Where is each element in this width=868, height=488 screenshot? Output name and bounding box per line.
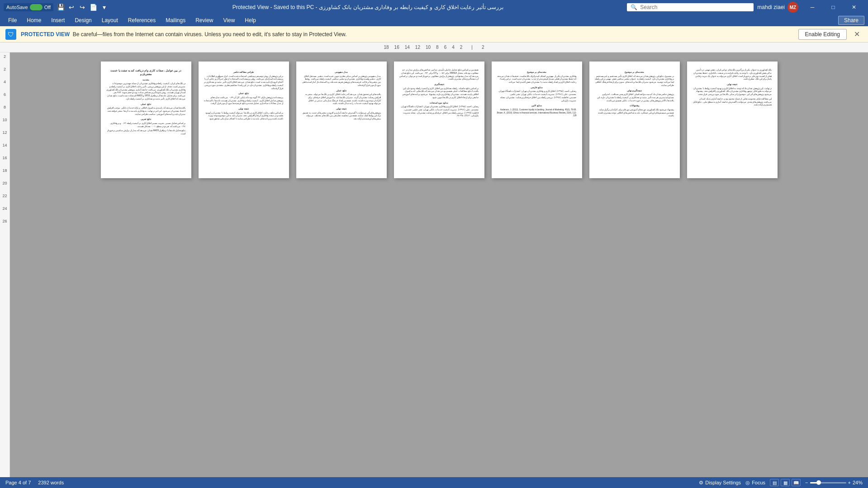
print-view-icon[interactable]: ▤	[770, 479, 779, 486]
more-icon[interactable]: ▾	[100, 3, 109, 12]
page-4-content3: رضایی، احمد. (۱۳۹۵). اخلاق کاری و وفادار…	[399, 105, 479, 118]
autosave-toggle[interactable]: AutoSave Off	[4, 3, 53, 11]
autosave-switch[interactable]	[30, 4, 43, 10]
page-6-subtitle3: پیشنهادات	[595, 104, 674, 108]
page-2-content1: در این پژوهش از روش توصیفی-پیمایشی استفا…	[204, 75, 284, 90]
undo-icon[interactable]: ↩	[67, 3, 76, 12]
search-box[interactable]: 🔍	[627, 3, 754, 11]
menu-insert[interactable]: Insert	[47, 16, 69, 25]
page-3-content2: یافته‌های این تحقیق نشان می‌دهد که رعایت…	[302, 93, 381, 105]
page-1-subtitle2: نتایج عملی	[106, 103, 186, 106]
title-bar: AutoSave Off 💾 ↩ ↪ 📄 ▾ بررسی تأثیر رعایت…	[0, 0, 868, 14]
zoom-out-icon[interactable]: −	[805, 480, 808, 485]
page-6-content3: پیشنهاد می‌شود بانک کشاورزی دوره‌های آمو…	[595, 109, 674, 118]
menu-mailings[interactable]: Mailings	[161, 16, 190, 25]
menu-layout[interactable]: Layout	[97, 16, 123, 25]
page-2-subtitle3: نتیجه نهایی	[204, 107, 284, 111]
web-view-icon[interactable]: ▦	[781, 479, 790, 486]
menu-references[interactable]: References	[123, 16, 160, 25]
page-5-content1: وفاداری مشتریان یکی از مهم‌ترین اهداف اس…	[497, 75, 577, 84]
minimize-button[interactable]: ─	[802, 0, 823, 14]
menu-review[interactable]: Review	[191, 16, 218, 25]
close-banner-button[interactable]: ✕	[851, 29, 863, 39]
shield-icon: 🛡	[5, 29, 16, 40]
menubar: File Home Insert Design Layout Reference…	[0, 14, 868, 26]
page-5-content2: رضایی، احمد. (۱۳۹۵). اخلاق کاری و وفادار…	[497, 90, 577, 102]
page-1-content: در بانک‌های ایران، کیفیت رابطه و وفاداری…	[106, 82, 186, 101]
page-3-content1: مدل مفهومی پژوهش بر اساس مبانی نظری تدوی…	[302, 75, 381, 87]
ruler-numbers: 18161412108642|2	[384, 45, 484, 50]
focus-label: Focus	[752, 480, 765, 485]
display-settings-icon: ⚙	[699, 480, 703, 486]
pages-row: در بین عوامل ، صفات کاری وام دریافت کند …	[101, 62, 778, 178]
search-input[interactable]	[640, 4, 750, 10]
document-area: 22468101214161820222426 در بین عوامل ، ص…	[0, 52, 868, 477]
menu-home[interactable]: Home	[22, 16, 46, 25]
user-info[interactable]: mahdi ziaei MZ	[757, 2, 798, 13]
quick-access-toolbar: 💾 ↩ ↪ 📄 ▾	[56, 3, 109, 12]
document-title: بررسی تأثیر رعایت اخلاق کاری و کیفیت راب…	[109, 4, 627, 10]
page-4-content2: بر اساس نتایج حاصله، رابطه معناداری بین …	[399, 87, 479, 99]
user-avatar: MZ	[787, 2, 798, 13]
window-controls: ─ □ ✕	[802, 0, 864, 14]
page-5-subtitle3: منابع لاتین	[497, 104, 577, 108]
page-4-content1: همچنین بر اساس نتایج تحلیل عاملی تأییدی،…	[399, 69, 479, 81]
page-6-content2: پژوهش حاضر نشان داد که سه مؤلفه اصلی اخل…	[595, 93, 674, 102]
redo-icon[interactable]: ↪	[78, 3, 87, 12]
page-2-subtitle1: طراحی مطالعه حاضر	[204, 71, 284, 74]
page-3-subtitle1: مدل مفهومی	[302, 71, 381, 74]
user-name: mahdi ziaei	[757, 4, 785, 10]
document-page-2: طراحی مطالعه حاضر در این پژوهش از روش تو…	[199, 62, 289, 178]
status-bar: Page 4 of 7 2392 words ⚙ Display Setting…	[0, 477, 868, 488]
page-4-subtitle1: نتیجه‌گیری	[399, 83, 479, 86]
page-3-content3: پژوهش‌های آتی می‌توانند با گسترش جامعه آ…	[302, 112, 381, 121]
page-1-title: در بین عوامل ، صفات کاری وام دریافت کند …	[106, 69, 186, 76]
focus-icon: ◎	[745, 480, 750, 486]
vertical-ruler: 22468101214161820222426	[0, 52, 10, 477]
display-settings-label: Display Settings	[705, 480, 741, 485]
read-view-icon[interactable]: 📖	[792, 479, 801, 486]
enable-editing-button[interactable]: Enable Editing	[798, 29, 847, 40]
menu-help[interactable]: Help	[240, 16, 261, 25]
autosave-label: AutoSave	[6, 5, 28, 10]
page-2-content2: پرسشنامه پژوهش دارای ۳۲ گویه بوده که پای…	[204, 96, 284, 105]
zoom-thumb[interactable]	[816, 480, 821, 485]
page-6-subtitle2: نتیجه‌گیری نهایی	[595, 89, 674, 93]
page-1-footer: نتایج تحلیل داده‌ها با نرم‌افزار AMOS نش…	[106, 129, 186, 136]
menu-design[interactable]: Design	[70, 16, 96, 25]
close-button[interactable]: ✕	[844, 0, 864, 14]
zoom-slider[interactable]	[810, 482, 846, 483]
page-4-subtitle2: منابع مورد استفاده	[399, 101, 479, 105]
zoom-in-icon[interactable]: +	[848, 480, 851, 485]
page-1-subtitle: مقدمه	[106, 78, 186, 82]
page-3-subtitle2: نتایج عملی	[302, 89, 381, 93]
titlebar-right: 🔍 mahdi ziaei MZ ─ □ ✕	[627, 0, 864, 14]
document-page-7: بانک کشاورزی به عنوان یکی از بزرگترین با…	[687, 62, 778, 178]
save-icon[interactable]: 💾	[56, 3, 65, 12]
page-7-content2: در نهایت، این پژوهش نشان داد که توجه به …	[693, 87, 772, 96]
maximize-button[interactable]: □	[823, 0, 844, 14]
page-info: Page 4 of 7	[5, 480, 31, 485]
zoom-percent: 24%	[853, 480, 863, 485]
new-doc-icon[interactable]: 📄	[89, 3, 98, 12]
protected-view-banner: 🛡 PROTECTED VIEW Be careful—files from t…	[0, 26, 868, 43]
menu-view[interactable]: View	[219, 16, 240, 25]
protected-view-label: PROTECTED VIEW	[21, 31, 70, 38]
page-1-subtitle3: نتایج تجربی	[106, 118, 186, 121]
menu-file[interactable]: File	[4, 16, 21, 25]
document-page-3: مدل مفهومی مدل مفهومی پژوهش بر اساس مبان…	[296, 62, 387, 178]
page-1-content3: بر اساس تحلیل مسیر، ضریب مسیر اخلاق کاری…	[106, 122, 186, 128]
search-icon: 🔍	[631, 4, 637, 10]
display-settings-button[interactable]: ⚙ Display Settings	[699, 480, 741, 486]
document-page-4: همچنین بر اساس نتایج تحلیل عاملی تأییدی،…	[394, 62, 484, 178]
share-button[interactable]: Share	[838, 16, 864, 25]
document-page-1: در بین عوامل ، صفات کاری وام دریافت کند …	[101, 62, 191, 178]
page-7-subtitle1: نتیجه نهایی	[693, 83, 772, 86]
page-2-content3: بر اساس نتایج، رعایت اخلاق کاری در بانک‌…	[204, 112, 284, 121]
document-canvas: در بین عوامل ، صفات کاری وام دریافت کند …	[10, 52, 868, 477]
protected-view-text: PROTECTED VIEW Be careful—files from the…	[21, 31, 794, 38]
focus-button[interactable]: ◎ Focus	[745, 480, 765, 486]
document-page-6: مقدمه‌ای بر موضوع در مجموع، نتایج این پژ…	[589, 62, 680, 178]
protected-view-message: Be careful—files from the Internet can c…	[73, 31, 347, 38]
page-5-subtitle1: مقدمه‌ای بر موضوع	[497, 71, 577, 74]
